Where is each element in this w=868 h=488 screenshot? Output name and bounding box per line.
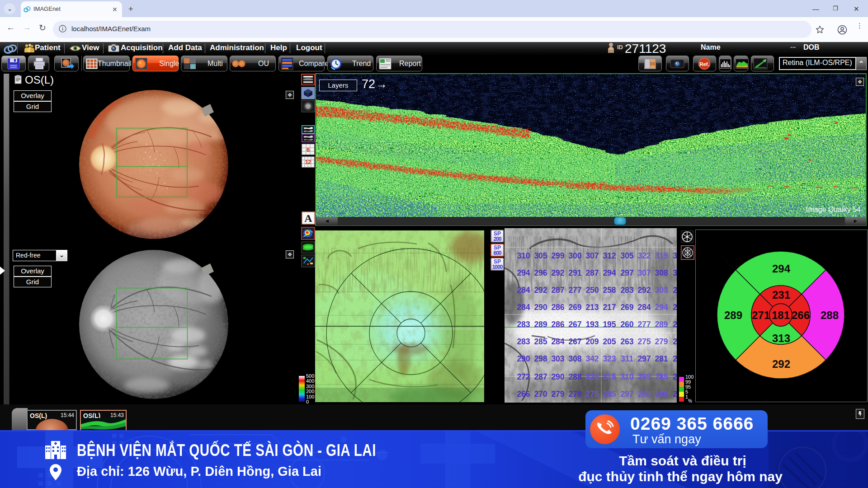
svg-text:290: 290 (517, 354, 530, 363)
svg-text:342: 342 (585, 354, 599, 363)
svg-text:284: 284 (637, 303, 651, 312)
svg-text:299: 299 (637, 372, 651, 381)
svg-text:292: 292 (551, 268, 564, 277)
svg-text:294: 294 (772, 263, 791, 275)
svg-text:285: 285 (655, 372, 668, 381)
svg-text:279: 279 (551, 389, 564, 399)
svg-text:258: 258 (603, 286, 616, 295)
svg-text:281: 281 (655, 354, 668, 363)
svg-text:279: 279 (655, 337, 668, 346)
svg-text:300: 300 (568, 251, 581, 260)
svg-text:287: 287 (585, 268, 599, 277)
svg-text:297: 297 (637, 354, 651, 363)
svg-text:2: 2 (673, 372, 677, 381)
svg-text:289: 289 (724, 309, 742, 321)
svg-text:181: 181 (772, 309, 790, 321)
svg-text:290: 290 (551, 372, 564, 381)
svg-text:290: 290 (534, 303, 547, 312)
svg-text:307: 307 (637, 268, 651, 277)
svg-text:294: 294 (517, 268, 530, 277)
svg-text:205: 205 (603, 337, 616, 346)
svg-text:308: 308 (568, 354, 581, 363)
svg-text:195: 195 (603, 320, 616, 329)
svg-text:292: 292 (534, 286, 547, 295)
svg-text:284: 284 (551, 337, 564, 346)
svg-text:275: 275 (585, 389, 599, 399)
svg-text:3: 3 (673, 268, 677, 277)
svg-text:305: 305 (534, 251, 547, 260)
svg-text:323: 323 (603, 354, 616, 363)
svg-text:283: 283 (517, 320, 530, 329)
svg-text:308: 308 (655, 268, 668, 277)
svg-text:307: 307 (585, 251, 599, 260)
svg-text:266: 266 (517, 389, 530, 399)
svg-text:299: 299 (551, 251, 564, 260)
svg-text:289: 289 (534, 320, 547, 329)
svg-text:322: 322 (637, 251, 651, 260)
svg-text:217: 217 (603, 303, 616, 312)
svg-text:319: 319 (655, 251, 668, 260)
svg-text:285: 285 (534, 337, 547, 346)
svg-text:231: 231 (772, 289, 790, 301)
svg-text:288: 288 (821, 309, 839, 321)
svg-text:263: 263 (620, 337, 633, 346)
svg-text:209: 209 (585, 337, 599, 346)
svg-text:A: A (304, 212, 312, 224)
svg-text:2: 2 (673, 303, 677, 312)
svg-text:269: 269 (620, 303, 633, 312)
svg-text:289: 289 (655, 320, 668, 329)
svg-text:267: 267 (568, 337, 581, 346)
svg-text:266: 266 (792, 309, 810, 321)
svg-text:272: 272 (517, 372, 530, 381)
svg-text:303: 303 (655, 286, 668, 295)
svg-text:277: 277 (637, 320, 651, 329)
svg-text:270: 270 (568, 389, 581, 399)
svg-text:286: 286 (551, 320, 564, 329)
svg-text:292: 292 (772, 358, 790, 370)
svg-text:284: 284 (517, 303, 530, 312)
svg-text:303: 303 (551, 354, 564, 363)
svg-text:312: 312 (603, 251, 616, 260)
svg-text:269: 269 (568, 303, 581, 312)
svg-text:283: 283 (517, 337, 530, 346)
svg-text:286: 286 (637, 389, 651, 399)
svg-text:292: 292 (637, 286, 651, 295)
svg-text:285: 285 (603, 389, 616, 399)
svg-text:193: 193 (585, 320, 599, 329)
svg-text:297: 297 (620, 268, 633, 277)
svg-text:275: 275 (637, 337, 651, 346)
svg-text:2: 2 (673, 354, 677, 363)
svg-text:297: 297 (620, 389, 633, 399)
svg-text:313: 313 (772, 332, 790, 344)
svg-text:298: 298 (534, 354, 547, 363)
svg-text:315: 315 (603, 372, 616, 381)
svg-text:294: 294 (655, 303, 668, 312)
svg-text:283: 283 (620, 286, 633, 295)
svg-text:287: 287 (534, 372, 547, 381)
svg-text:294: 294 (603, 268, 616, 277)
svg-text:291: 291 (568, 268, 581, 277)
svg-text:284: 284 (517, 286, 530, 295)
svg-text:2: 2 (673, 337, 677, 346)
svg-text:270: 270 (534, 389, 547, 399)
svg-text:2: 2 (673, 320, 677, 329)
svg-text:260: 260 (620, 320, 633, 329)
svg-text:271: 271 (752, 309, 770, 321)
svg-text:12: 12 (305, 159, 311, 165)
svg-text:288: 288 (655, 389, 668, 399)
svg-text:3: 3 (673, 251, 677, 260)
svg-text:2: 2 (673, 389, 677, 399)
svg-text:310: 310 (517, 251, 530, 260)
svg-text:6: 6 (307, 146, 310, 153)
svg-text:250: 250 (585, 286, 599, 295)
svg-text:2: 2 (673, 286, 677, 295)
svg-text:277: 277 (568, 286, 581, 295)
svg-text:288: 288 (568, 372, 581, 381)
svg-text:286: 286 (551, 303, 564, 312)
svg-text:Ref.: Ref. (699, 61, 709, 67)
svg-text:296: 296 (534, 268, 547, 277)
svg-text:213: 213 (585, 303, 599, 312)
svg-text:305: 305 (620, 251, 633, 260)
svg-text:287: 287 (551, 286, 564, 295)
svg-text:311: 311 (621, 354, 633, 363)
